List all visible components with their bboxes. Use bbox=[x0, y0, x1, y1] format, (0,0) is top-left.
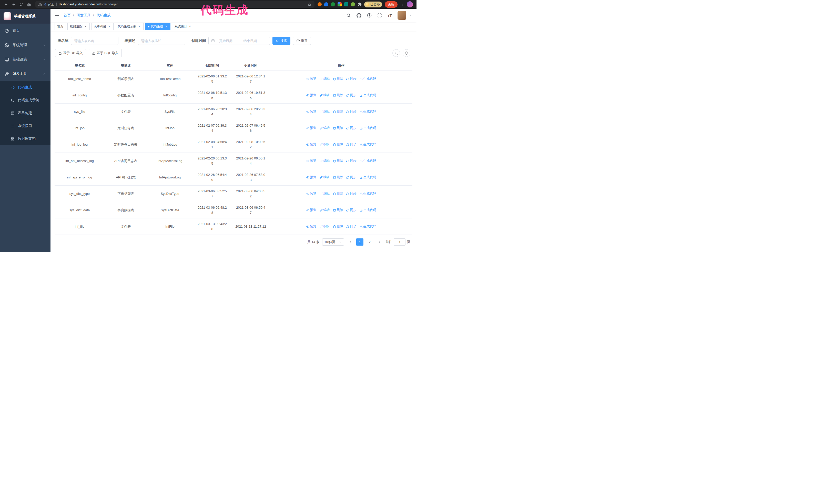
edit-link[interactable]: 编辑 bbox=[319, 142, 330, 147]
help-icon[interactable] bbox=[367, 13, 372, 18]
sidebar-item-dev-tools[interactable]: 研发工具 bbox=[0, 67, 50, 81]
bookmark-star-icon[interactable] bbox=[308, 3, 311, 6]
hamburger-icon[interactable] bbox=[50, 9, 64, 22]
page-button-2[interactable]: 2 bbox=[366, 238, 373, 246]
refresh-table-button[interactable] bbox=[403, 49, 410, 57]
delete-link[interactable]: 删除 bbox=[333, 126, 343, 130]
preview-link[interactable]: 预览 bbox=[306, 175, 316, 179]
generate-code-link[interactable]: 生成代码 bbox=[360, 142, 376, 147]
extensions-puzzle-icon[interactable] bbox=[358, 2, 362, 6]
extension-icon-5[interactable] bbox=[344, 2, 348, 6]
preview-link[interactable]: 预览 bbox=[306, 77, 316, 81]
preview-link[interactable]: 预览 bbox=[306, 208, 316, 212]
date-range-picker[interactable]: - bbox=[208, 37, 270, 45]
sidebar-item-home[interactable]: 首页 bbox=[0, 24, 50, 38]
sync-link[interactable]: 同步 bbox=[346, 110, 357, 114]
sync-link[interactable]: 同步 bbox=[346, 142, 357, 147]
preview-link[interactable]: 预览 bbox=[306, 126, 316, 130]
preview-link[interactable]: 预览 bbox=[306, 142, 316, 147]
import-sql-button[interactable]: 基于 SQL 导入 bbox=[89, 49, 122, 57]
edit-link[interactable]: 编辑 bbox=[319, 77, 330, 81]
user-avatar[interactable] bbox=[398, 11, 406, 20]
generate-code-link[interactable]: 生成代码 bbox=[360, 175, 376, 179]
edit-link[interactable]: 编辑 bbox=[319, 192, 330, 196]
close-icon[interactable] bbox=[84, 25, 87, 28]
table-desc-input[interactable] bbox=[138, 37, 185, 45]
sidebar-item-codegen-example[interactable]: 代码生成示例 bbox=[0, 94, 50, 106]
edit-link[interactable]: 编辑 bbox=[319, 126, 330, 130]
sync-link[interactable]: 同步 bbox=[346, 93, 357, 97]
browser-home-button[interactable] bbox=[26, 1, 32, 8]
generate-code-link[interactable]: 生成代码 bbox=[360, 224, 376, 229]
close-icon[interactable] bbox=[108, 25, 111, 28]
fullscreen-icon[interactable] bbox=[377, 13, 382, 18]
generate-code-link[interactable]: 生成代码 bbox=[360, 126, 376, 130]
sync-link[interactable]: 同步 bbox=[346, 192, 357, 196]
tab-home[interactable]: 首页 bbox=[54, 23, 66, 30]
edit-link[interactable]: 编辑 bbox=[319, 159, 330, 163]
generate-code-link[interactable]: 生成代码 bbox=[360, 192, 376, 196]
extension-icon-2[interactable] bbox=[324, 2, 328, 6]
sync-link[interactable]: 同步 bbox=[346, 77, 357, 81]
sidebar-item-system-api[interactable]: 系统接口 bbox=[0, 119, 50, 132]
browser-menu-icon[interactable] bbox=[400, 2, 404, 6]
delete-link[interactable]: 删除 bbox=[333, 110, 343, 114]
search-button[interactable]: 搜索 bbox=[272, 37, 290, 45]
delete-link[interactable]: 删除 bbox=[333, 224, 343, 229]
sidebar-item-infrastructure[interactable]: 基础设施 bbox=[0, 52, 50, 67]
github-icon[interactable] bbox=[357, 13, 361, 18]
delete-link[interactable]: 删除 bbox=[333, 93, 343, 97]
preview-link[interactable]: 预览 bbox=[306, 159, 316, 163]
tab-form-builder[interactable]: 表单构建 bbox=[91, 23, 114, 30]
import-db-button[interactable]: 基于 DB 导入 bbox=[55, 49, 86, 57]
search-icon[interactable] bbox=[346, 13, 351, 18]
table-name-input[interactable] bbox=[71, 37, 118, 45]
browser-update-button[interactable]: 更新 bbox=[385, 1, 398, 8]
edit-link[interactable]: 编辑 bbox=[319, 175, 330, 179]
tab-tracing[interactable]: 链路追踪 bbox=[67, 23, 90, 30]
edit-link[interactable]: 编辑 bbox=[319, 208, 330, 212]
preview-link[interactable]: 预览 bbox=[306, 110, 316, 114]
prev-page-button[interactable] bbox=[347, 238, 354, 246]
extension-icon-3[interactable] bbox=[331, 2, 335, 6]
sidebar-item-codegen[interactable]: 代码生成 bbox=[0, 81, 50, 94]
preview-link[interactable]: 预览 bbox=[306, 93, 316, 97]
generate-code-link[interactable]: 生成代码 bbox=[360, 159, 376, 163]
sync-link[interactable]: 同步 bbox=[346, 126, 357, 130]
sidebar-item-system-admin[interactable]: 系统管理 bbox=[0, 38, 50, 52]
sidebar-item-db-doc[interactable]: 数据库文档 bbox=[0, 132, 50, 145]
address-bar[interactable]: 不安全 dashboard.yudao.iocoder.cn/tool/code… bbox=[35, 1, 314, 8]
extension-icon-1[interactable] bbox=[317, 2, 322, 6]
browser-profile-avatar[interactable] bbox=[407, 1, 413, 7]
browser-back-button[interactable] bbox=[3, 1, 9, 8]
close-icon[interactable] bbox=[188, 25, 192, 28]
delete-link[interactable]: 删除 bbox=[333, 208, 343, 212]
end-date-input[interactable] bbox=[240, 39, 260, 43]
delete-link[interactable]: 删除 bbox=[333, 175, 343, 179]
edit-link[interactable]: 编辑 bbox=[319, 110, 330, 114]
tab-system-api[interactable]: 系统接口 bbox=[172, 23, 194, 30]
start-date-input[interactable] bbox=[216, 39, 236, 43]
edit-link[interactable]: 编辑 bbox=[319, 93, 330, 97]
generate-code-link[interactable]: 生成代码 bbox=[360, 77, 376, 81]
sidebar-item-form-builder[interactable]: 表单构建 bbox=[0, 106, 50, 119]
tab-codegen[interactable]: 代码生成 bbox=[145, 23, 170, 30]
goto-page-input[interactable] bbox=[394, 238, 405, 246]
reset-button[interactable]: 重置 bbox=[293, 37, 311, 45]
generate-code-link[interactable]: 生成代码 bbox=[360, 93, 376, 97]
browser-reload-button[interactable] bbox=[18, 1, 25, 8]
sync-link[interactable]: 同步 bbox=[346, 159, 357, 163]
edit-link[interactable]: 编辑 bbox=[319, 224, 330, 229]
delete-link[interactable]: 删除 bbox=[333, 192, 343, 196]
extension-icon-6[interactable] bbox=[351, 2, 355, 6]
breadcrumb-home[interactable]: 首页 bbox=[64, 13, 76, 18]
preview-link[interactable]: 预览 bbox=[306, 192, 316, 196]
close-icon[interactable] bbox=[164, 25, 168, 28]
tab-codegen-example[interactable]: 代码生成示例 bbox=[115, 23, 144, 30]
extension-icon-4[interactable] bbox=[337, 2, 342, 6]
page-size-select[interactable]: 10条/页 bbox=[322, 238, 344, 246]
preview-link[interactable]: 预览 bbox=[306, 224, 316, 229]
sync-link[interactable]: 同步 bbox=[346, 224, 357, 229]
next-page-button[interactable] bbox=[376, 238, 383, 246]
avatar-caret-icon[interactable] bbox=[409, 14, 412, 17]
